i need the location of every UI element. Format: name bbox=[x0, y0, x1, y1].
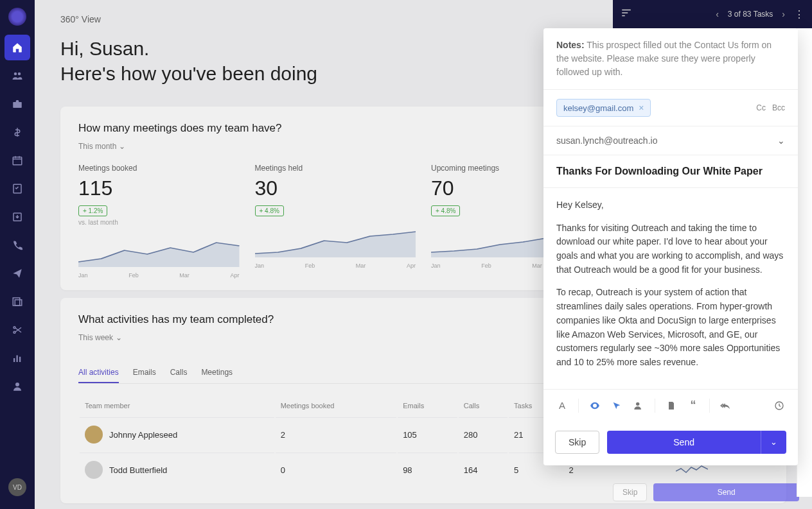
nav-phone[interactable] bbox=[4, 232, 30, 258]
body-paragraph-2: To recap, Outreach is your system of act… bbox=[556, 286, 785, 369]
document-icon[interactable] bbox=[662, 396, 681, 415]
task-menu-icon[interactable]: ⋮ bbox=[794, 8, 804, 21]
nav-person[interactable] bbox=[4, 374, 30, 399]
cc-button[interactable]: Cc bbox=[756, 103, 766, 112]
svg-rect-6 bbox=[13, 298, 20, 306]
send-dropdown-button[interactable]: ⌄ bbox=[761, 431, 786, 454]
meetings-filter-dropdown[interactable]: This month ⌄ bbox=[78, 142, 125, 151]
month-label: Feb bbox=[481, 263, 491, 269]
compose-toolbar: A “ bbox=[543, 389, 798, 422]
chevron-down-icon: ⌄ bbox=[116, 333, 122, 342]
compose-body[interactable]: Hey Kelsey, Thanks for visiting Outreach… bbox=[543, 188, 798, 389]
reply-all-icon[interactable] bbox=[716, 396, 736, 415]
svg-point-9 bbox=[13, 331, 15, 333]
from-email: susan.lynch@outreach.io bbox=[556, 135, 657, 146]
quote-icon[interactable]: “ bbox=[684, 396, 703, 415]
activity-tab[interactable]: All activities bbox=[78, 363, 119, 383]
nav-library[interactable] bbox=[4, 289, 30, 315]
right-side-panel bbox=[797, 28, 812, 497]
svg-rect-11 bbox=[17, 356, 18, 363]
format-text-icon[interactable]: A bbox=[552, 396, 572, 415]
ghost-send: Send bbox=[653, 483, 799, 501]
activity-tab[interactable]: Calls bbox=[170, 363, 188, 383]
next-task-button[interactable]: › bbox=[782, 9, 785, 19]
nav-inbox[interactable] bbox=[4, 204, 30, 230]
svg-point-1 bbox=[18, 73, 21, 76]
recipient-email: kelsey@gmail.com bbox=[563, 103, 633, 113]
sort-icon[interactable] bbox=[621, 7, 632, 21]
nav-home[interactable] bbox=[4, 35, 30, 60]
svg-rect-2 bbox=[13, 102, 22, 108]
metric-block: Meetings held 30 + 4.8% JanFebMarApr bbox=[255, 164, 416, 275]
member-avatar bbox=[85, 426, 103, 444]
email-compose-panel: Notes: This prospect filled out the Cont… bbox=[543, 28, 798, 465]
task-position: 3 of 83 Tasks bbox=[728, 10, 773, 19]
column-header: Meetings booked bbox=[276, 395, 396, 416]
compose-to-row[interactable]: kelsey@gmail.com × Cc Bcc bbox=[543, 90, 798, 126]
nav-analytics[interactable] bbox=[4, 345, 30, 371]
compose-notes: Notes: This prospect filled out the Cont… bbox=[543, 28, 798, 90]
recipient-chip[interactable]: kelsey@gmail.com × bbox=[556, 99, 651, 117]
prev-task-button[interactable]: ‹ bbox=[716, 9, 719, 19]
metric-sparkline: JanFebMarApr bbox=[255, 227, 416, 265]
bcc-button[interactable]: Bcc bbox=[772, 103, 785, 112]
svg-rect-7 bbox=[15, 300, 22, 306]
month-label: Mar bbox=[179, 272, 190, 279]
skip-button[interactable]: Skip bbox=[555, 431, 599, 454]
metric-delta: + 4.8% bbox=[255, 205, 284, 216]
schedule-icon[interactable] bbox=[770, 396, 789, 415]
compose-subject[interactable]: Thanks For Downloading Our White Paper bbox=[543, 155, 798, 188]
metric-block: Meetings booked 115 + 1.2% vs. last mont… bbox=[78, 164, 240, 275]
left-sidebar: VD bbox=[0, 0, 35, 509]
add-person-icon[interactable] bbox=[629, 396, 648, 415]
user-avatar-badge[interactable]: VD bbox=[8, 478, 26, 496]
metric-sub: vs. last month bbox=[78, 219, 240, 226]
remove-recipient-icon[interactable]: × bbox=[639, 103, 644, 113]
nav-dollar[interactable] bbox=[4, 119, 30, 145]
nav-people[interactable] bbox=[4, 63, 30, 89]
column-header: Calls bbox=[459, 395, 508, 416]
activity-tab[interactable]: Emails bbox=[133, 363, 156, 383]
notes-label: Notes: bbox=[556, 40, 585, 50]
metric-delta: + 4.8% bbox=[431, 205, 460, 216]
svg-point-0 bbox=[14, 73, 17, 76]
metric-sparkline: JanFebMarApr bbox=[78, 236, 240, 275]
column-header: Emails bbox=[398, 395, 457, 416]
body-paragraph-1: Thanks for visiting Outreach and taking … bbox=[556, 221, 785, 277]
metric-value: 115 bbox=[78, 177, 240, 200]
metric-label: Meetings booked bbox=[78, 164, 240, 173]
body-greeting: Hey Kelsey, bbox=[556, 198, 785, 212]
nav-tasks[interactable] bbox=[4, 176, 30, 202]
activity-tab[interactable]: Meetings bbox=[201, 363, 233, 383]
svg-rect-10 bbox=[13, 358, 15, 362]
eye-icon[interactable] bbox=[585, 396, 605, 415]
notes-text: This prospect filled out the Contact Us … bbox=[556, 40, 772, 77]
compose-from-dropdown[interactable]: susan.lynch@outreach.io ⌄ bbox=[543, 126, 798, 155]
ghost-skip: Skip bbox=[613, 483, 647, 501]
chevron-down-icon: ⌄ bbox=[119, 142, 125, 151]
nav-calendar[interactable] bbox=[4, 148, 30, 173]
nav-send[interactable] bbox=[4, 261, 30, 286]
metric-delta: + 1.2% bbox=[78, 205, 107, 216]
month-label: Mar bbox=[356, 263, 366, 269]
greeting-line1: Hi, Susan. bbox=[60, 38, 149, 59]
app-logo[interactable] bbox=[8, 8, 26, 26]
svg-rect-3 bbox=[13, 157, 22, 165]
metric-label: Meetings held bbox=[255, 164, 416, 173]
nav-snippets[interactable] bbox=[4, 317, 30, 343]
month-label: Apr bbox=[230, 272, 239, 279]
cursor-icon[interactable] bbox=[607, 396, 626, 415]
cell-calls: 164 bbox=[459, 453, 508, 487]
nav-briefcase[interactable] bbox=[4, 91, 30, 117]
metric-value: 30 bbox=[255, 177, 416, 200]
activities-filter-dropdown[interactable]: This week ⌄ bbox=[78, 333, 122, 342]
month-label: Jan bbox=[255, 263, 265, 269]
member-name: Todd Butterfield bbox=[109, 465, 167, 475]
cell-emails: 105 bbox=[398, 417, 457, 451]
cell-calls: 280 bbox=[459, 417, 508, 451]
meetings-filter-label: This month bbox=[78, 142, 116, 151]
svg-point-13 bbox=[15, 383, 19, 386]
send-button[interactable]: Send bbox=[607, 431, 761, 454]
cell-meetings: 2 bbox=[276, 417, 396, 451]
greeting-line2: Here's how you've been doing bbox=[60, 63, 317, 84]
